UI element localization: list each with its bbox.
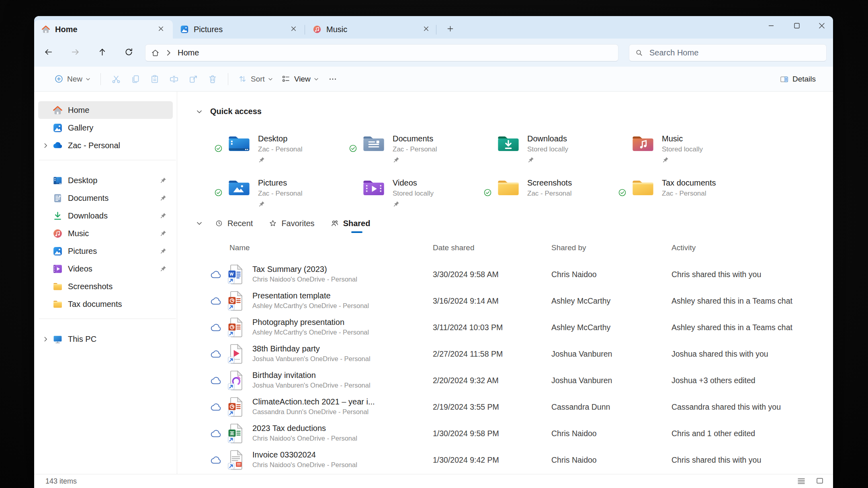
details-pane-button[interactable]: Details xyxy=(776,70,823,88)
sidebar-item-pictures[interactable]: Pictures xyxy=(38,242,173,260)
icon-view-icon xyxy=(815,476,825,487)
quick-access-tile-screenshots[interactable]: ScreenshotsZac - Personal xyxy=(483,178,614,215)
tab-shared[interactable]: Shared xyxy=(331,219,371,228)
quick-access-tile-tax-documents[interactable]: Tax documentsZac - Personal xyxy=(618,178,749,215)
quick-access-tile-pictures[interactable]: PicturesZac - Personal xyxy=(214,178,345,215)
new-button[interactable]: New xyxy=(50,70,95,88)
back-button[interactable] xyxy=(39,44,57,61)
forward-button[interactable] xyxy=(66,44,84,61)
tile-name: Screenshots xyxy=(527,178,572,188)
tab-home[interactable]: Home xyxy=(34,20,173,39)
address-bar[interactable]: Home xyxy=(145,44,618,61)
more-options-button[interactable] xyxy=(323,70,342,88)
sidebar-item-tax-documents[interactable]: Tax documents xyxy=(38,295,173,313)
quick-access-tile-music[interactable]: MusicStored locally xyxy=(618,133,749,171)
tab-pictures[interactable]: Pictures xyxy=(173,20,305,39)
close-icon xyxy=(817,20,827,33)
pin-icon xyxy=(160,195,166,202)
toolbar-divider xyxy=(100,73,101,85)
pivot-label: Favorites xyxy=(281,219,314,228)
file-location: Cassandra Dunn's OneDrive - Personal xyxy=(252,408,375,416)
column-header-date-shared[interactable]: Date shared xyxy=(433,243,475,252)
view-button[interactable]: View xyxy=(277,70,323,88)
file-row-photography-presentation[interactable]: Photography presentationAshley McCarthy'… xyxy=(178,314,831,341)
sort-button[interactable]: Sort xyxy=(234,70,277,88)
file-row-38th-birthday-party[interactable]: 38th Birthday partyJoshua Vanburen's One… xyxy=(178,341,831,367)
file-row-tax-summary-2023[interactable]: Tax Summary (2023)Chris Naidoo's OneDriv… xyxy=(178,261,831,288)
sidebar-item-music[interactable]: Music xyxy=(38,225,173,242)
activity-cell: Chris shared this with you xyxy=(671,261,761,288)
chevron-right-icon[interactable] xyxy=(38,336,53,343)
file-row-invoice-03302024[interactable]: Invoice 03302024Chris Naidoo's OneDrive … xyxy=(178,447,831,473)
file-row-climateaction-tech-2021-year-i[interactable]: ClimateAction.tech 2021 – year i...Cassa… xyxy=(178,394,831,420)
tile-subtitle: Zac - Personal xyxy=(258,145,303,154)
icon-view-button[interactable] xyxy=(813,476,827,487)
trash-icon xyxy=(208,74,217,84)
column-header-shared-by[interactable]: Shared by xyxy=(551,243,586,252)
pc-icon xyxy=(53,334,63,344)
pin-icon xyxy=(393,201,399,208)
delete-button[interactable] xyxy=(203,70,222,88)
minimize-button[interactable] xyxy=(761,18,782,35)
sidebar-item-gallery[interactable]: Gallery xyxy=(38,119,173,137)
sidebar-item-this-pc[interactable]: This PC xyxy=(38,330,173,348)
chevron-right-icon[interactable] xyxy=(38,142,53,149)
sidebar-item-videos[interactable]: Videos xyxy=(38,260,173,278)
sort-button-label: Sort xyxy=(251,75,265,84)
home-icon xyxy=(53,105,63,115)
list-view-button[interactable] xyxy=(794,476,808,487)
music-folder-icon xyxy=(631,134,655,153)
share-button[interactable] xyxy=(184,70,203,88)
tab-close-button[interactable] xyxy=(154,23,167,36)
close-button[interactable] xyxy=(811,18,832,35)
arrow-up-icon xyxy=(98,47,107,58)
tab-separator xyxy=(305,25,305,35)
sidebar-item-home[interactable]: Home xyxy=(38,101,173,119)
pin-icon xyxy=(527,157,534,163)
column-header-name[interactable]: Name xyxy=(229,243,250,252)
sidebar-divider xyxy=(39,160,176,160)
quick-access-tile-videos[interactable]: VideosStored locally xyxy=(348,178,479,215)
sidebar-item-documents[interactable]: Documents xyxy=(38,189,173,207)
sync-check-icon xyxy=(215,145,222,152)
tab-close-button[interactable] xyxy=(287,23,300,36)
search-input[interactable] xyxy=(649,48,821,58)
cloud-icon xyxy=(211,324,222,332)
tab-close-button[interactable] xyxy=(420,23,432,36)
chevron-down-icon[interactable] xyxy=(196,220,203,227)
file-location: Joshua Vanburen's OneDrive - Personal xyxy=(252,381,371,390)
shared-by-cell: Cassandra Dunn xyxy=(551,394,610,420)
tab-music[interactable]: Music xyxy=(305,20,438,39)
quick-access-tile-desktop[interactable]: DesktopZac - Personal xyxy=(214,133,345,171)
date-shared-cell: 1/30/2024 9:58 PM xyxy=(433,420,499,447)
file-row-presentation-template[interactable]: Presentation templateAshley McCarthy's O… xyxy=(178,288,831,314)
tab-recent[interactable]: Recent xyxy=(215,219,253,228)
paste-button[interactable] xyxy=(145,70,164,88)
rename-button[interactable] xyxy=(165,70,183,88)
file-row-2023-tax-deductions[interactable]: 2023 Tax deductionsChris Naidoo's OneDri… xyxy=(178,420,831,447)
shared-by-cell: Ashley McCarthy xyxy=(551,314,610,341)
activity-cell: Ashley shared this in a Teams chat xyxy=(671,288,792,314)
refresh-button[interactable] xyxy=(119,44,138,61)
sidebar-item-zac-personal[interactable]: Zac - Personal xyxy=(38,137,173,154)
up-button[interactable] xyxy=(93,44,111,61)
tile-name: Downloads xyxy=(527,133,568,144)
sidebar-item-downloads[interactable]: Downloads xyxy=(38,207,173,225)
maximize-button[interactable] xyxy=(786,18,807,35)
file-row-birthday-invitation[interactable]: Birthday invitationJoshua Vanburen's One… xyxy=(178,367,831,394)
chevron-down-icon[interactable] xyxy=(196,108,203,115)
sidebar-item-label: Screenshots xyxy=(68,282,113,291)
column-header-activity[interactable]: Activity xyxy=(671,243,696,252)
quick-access-tile-documents[interactable]: DocumentsZac - Personal xyxy=(348,133,479,171)
new-tab-button[interactable] xyxy=(442,22,458,37)
tile-name: Videos xyxy=(393,178,434,188)
copy-button[interactable] xyxy=(126,70,145,88)
activity-cell: Chris and 1 other edited xyxy=(671,420,755,447)
tab-favorites[interactable]: Favorites xyxy=(269,219,314,228)
search-box[interactable] xyxy=(629,44,827,61)
cut-button[interactable] xyxy=(107,70,125,88)
sidebar-item-desktop[interactable]: Desktop xyxy=(38,172,173,189)
list-view-icon xyxy=(796,476,806,487)
quick-access-tile-downloads[interactable]: DownloadsStored locally xyxy=(483,133,614,171)
sidebar-item-screenshots[interactable]: Screenshots xyxy=(38,278,173,295)
